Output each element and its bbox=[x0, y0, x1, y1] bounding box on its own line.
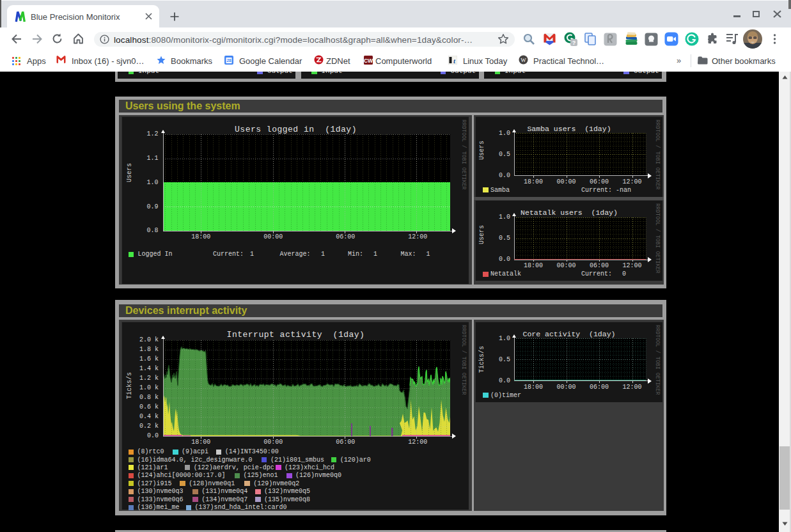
svg-text:28: 28 bbox=[226, 58, 231, 63]
svg-text:W: W bbox=[521, 57, 526, 63]
svg-text:CW: CW bbox=[364, 58, 373, 64]
svg-text:?: ? bbox=[572, 40, 576, 46]
